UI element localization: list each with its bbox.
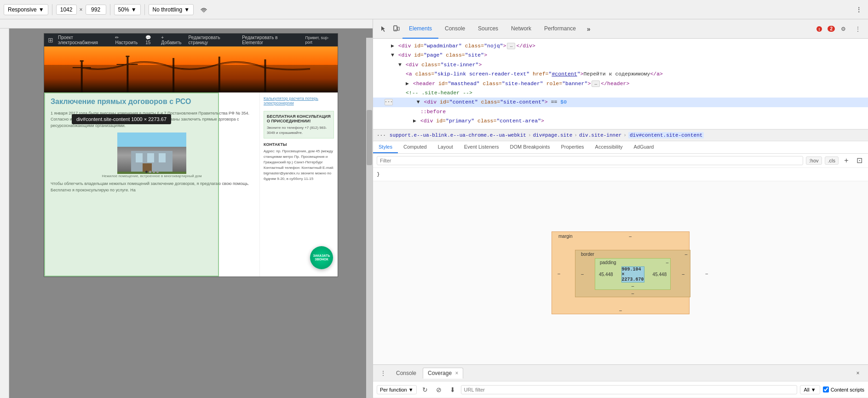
tab-sources[interactable]: Sources	[471, 19, 505, 39]
breadcrumb-site-inner[interactable]: div.site-inner	[579, 133, 621, 138]
hov-button[interactable]: :hov	[806, 156, 822, 165]
zoom-label: 50%	[118, 6, 129, 13]
dom-line-4[interactable]: <a class="skip-link screen-reader-text" …	[373, 69, 868, 79]
dom-line-8[interactable]: ::before	[373, 107, 868, 116]
tab-elements[interactable]: Elements	[402, 19, 438, 39]
dom-triangle-5[interactable]: ▶	[406, 80, 409, 88]
dom-triangle-7[interactable]: ▼	[417, 98, 420, 106]
subtab-styles[interactable]: Styles	[373, 141, 398, 153]
dom-tree: ▶ <div id="wpadminbar" class="nojq">…</d…	[373, 39, 868, 129]
toolbar-more-button[interactable]: ⋮	[853, 4, 864, 15]
breadcrumb-support[interactable]: support.e--ua-blink.e--ua-chrome.e--ua-w…	[390, 133, 526, 138]
bottom-tabs-row: ⋮ Console Coverage × ×	[373, 365, 868, 381]
tab-performance[interactable]: Performance	[538, 19, 582, 39]
scrollbar-thumb[interactable]	[367, 110, 372, 165]
subtab-properties[interactable]: Properties	[555, 141, 589, 153]
dom-triangle-9[interactable]: ▶	[413, 117, 416, 125]
dom-line-2[interactable]: ▼ <div id="page" class="site">	[373, 51, 868, 60]
url-filter-input[interactable]	[461, 385, 797, 394]
dom-dots-marker[interactable]: ···	[385, 99, 393, 105]
inspect-element-button[interactable]	[377, 23, 390, 35]
subtab-dom-breakpoints[interactable]: DOM Breakpoints	[505, 141, 556, 153]
border-bottom-dash: –	[575, 290, 690, 297]
dom-triangle-1[interactable]: ▶	[391, 42, 394, 50]
dom-line-7[interactable]: ··· ▼ <div id="content" class="site-cont…	[373, 98, 868, 107]
dom-triangle-3[interactable]: ▼	[398, 61, 402, 69]
bottom-tab-coverage[interactable]: Coverage ×	[423, 368, 463, 379]
subtab-computed[interactable]: Computed	[398, 141, 432, 153]
subtabs-row: Styles Computed Layout Event Listeners D…	[373, 141, 868, 154]
dom-dots-1[interactable]: …	[507, 43, 515, 49]
dom-line-6[interactable]: <!-- .site-header -->	[373, 88, 868, 98]
bottom-tab-console[interactable]: Console	[391, 368, 421, 378]
dom-line-3[interactable]: ▼ <div class="site-inner">	[373, 60, 868, 69]
wp-edit-page[interactable]: Редактировать страницу	[189, 35, 238, 45]
breadcrumb-page[interactable]: div#page.site	[533, 133, 572, 138]
dom-line-5[interactable]: ▶ <header id="masthead" class="site-head…	[373, 79, 868, 88]
subtab-adguard[interactable]: AdGuard	[628, 141, 659, 153]
top-toolbar: Responsive ▼ × 50% ▼ No throttling ▼ ⋮	[0, 0, 868, 19]
wp-add[interactable]: + Добавить	[161, 35, 184, 45]
styles-filter-input[interactable]	[377, 156, 803, 165]
breadcrumb-dots[interactable]: ···	[377, 133, 386, 138]
bottom-menu-button[interactable]: ⋮	[377, 367, 390, 380]
throttle-selector[interactable]: No throttling ▼	[149, 4, 194, 15]
bottom-panel-close-button[interactable]: ×	[851, 367, 864, 380]
all-label: All	[804, 387, 810, 392]
device-toggle-button[interactable]	[390, 23, 402, 35]
svg-rect-11	[264, 59, 266, 92]
subtab-layout[interactable]: Layout	[432, 141, 459, 153]
per-function-selector[interactable]: Per function ▼	[377, 385, 417, 394]
devtools-settings-button[interactable]: ⚙	[837, 23, 850, 35]
breadcrumb-content[interactable]: div#content.site-content	[628, 132, 704, 138]
viewport-width-input[interactable]	[56, 5, 77, 15]
margin-top-dash: –	[629, 233, 632, 240]
devtools-panel: Elements Console Sources Network Perform…	[373, 19, 868, 398]
error-icon[interactable]: !	[813, 23, 826, 35]
responsive-selector[interactable]: Responsive ▼	[4, 4, 48, 15]
tab-console[interactable]: Console	[438, 19, 471, 39]
content-scripts-checkbox[interactable]	[823, 386, 829, 392]
tab-network[interactable]: Network	[505, 19, 538, 39]
add-style-rule-button[interactable]: +	[841, 156, 851, 166]
element-tooltip: div#content.site-content 1000 × 2273.67	[72, 114, 171, 124]
dom-triangle-2[interactable]: ▼	[391, 51, 394, 59]
sidebar-calc-link[interactable]: Калькулятор расчета потерь электроэнерги…	[264, 96, 334, 105]
dom-dots-5[interactable]: …	[592, 81, 600, 87]
coverage-reload-button[interactable]: ↻	[420, 384, 431, 395]
site-hero-image	[44, 46, 338, 92]
viewport-scrollbar[interactable]	[366, 38, 373, 398]
subtab-accessibility[interactable]: Accessibility	[590, 141, 628, 153]
cls-button[interactable]: .cls	[825, 156, 839, 165]
dom-line-9[interactable]: ▶ <div id="primary" class="content-area"…	[373, 116, 868, 126]
viewport-height-input[interactable]	[86, 5, 106, 15]
border-right-val: –	[676, 271, 690, 277]
wp-customize[interactable]: ✏ Настроить	[115, 35, 141, 45]
coverage-stop-button[interactable]: ⊘	[433, 384, 444, 395]
svg-rect-2	[80, 60, 84, 62]
wp-user[interactable]: Привет, sup-port	[305, 35, 334, 45]
toggle-style-button[interactable]: ⊡	[854, 156, 864, 166]
coverage-close-icon[interactable]: ×	[455, 370, 458, 376]
border-row: – padding – 45.448	[575, 258, 690, 290]
float-call-button[interactable]: ЗАКАЗАТЬ ЗВОНОК	[310, 246, 333, 269]
svg-rect-14	[147, 153, 154, 162]
zoom-selector[interactable]: 50% ▼	[114, 4, 141, 15]
error-circle-icon: !	[816, 26, 822, 32]
coverage-download-button[interactable]: ⬇	[447, 384, 458, 395]
wp-elementor[interactable]: Редактировать в Elementor	[242, 35, 296, 45]
svg-text:!: !	[819, 27, 820, 32]
zoom-chevron: ▼	[131, 6, 137, 13]
coverage-all-selector[interactable]: All ▼	[800, 385, 820, 394]
subtab-event-listeners[interactable]: Event Listeners	[459, 141, 505, 153]
content-scripts-toggle[interactable]: Content scripts	[823, 386, 864, 392]
network-conditions-button[interactable]	[197, 3, 210, 16]
dom-line-1[interactable]: ▶ <div id="wpadminbar" class="nojq">…</d…	[373, 41, 868, 51]
sidebar-consultation-box: БЕСПЛАТНАЯ КОНСУЛЬТАЦИЯ О ПРИСОЕДИНЕНИИ!…	[264, 111, 334, 138]
wp-comments[interactable]: 💬 15	[145, 35, 156, 45]
wp-site-name[interactable]: Проект электроснабжения	[58, 35, 110, 45]
devtools-more-button[interactable]: ⋮	[851, 23, 864, 35]
throttle-chevron: ▼	[184, 6, 190, 13]
styles-content: }	[373, 168, 868, 181]
devtools-more-tabs[interactable]: »	[582, 19, 595, 39]
